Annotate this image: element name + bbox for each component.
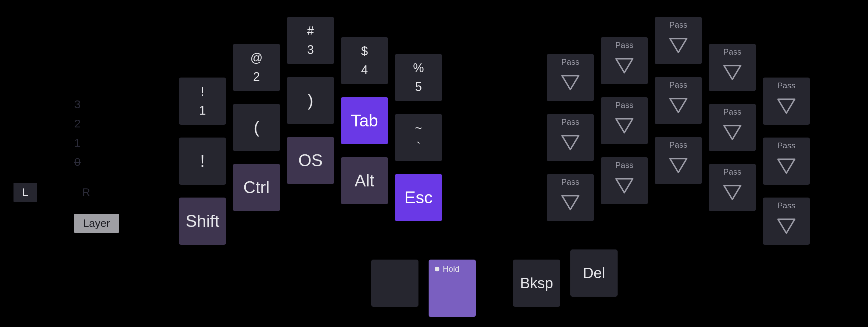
dot-icon — [435, 267, 439, 271]
thumb-blank[interactable] — [371, 260, 418, 307]
key-pass[interactable]: Pass — [601, 157, 648, 204]
key-tilde[interactable]: ~ ` — [395, 114, 442, 161]
key-top: @ — [250, 52, 263, 64]
key-shift[interactable]: Shift — [179, 198, 226, 245]
key-1[interactable]: ! 1 — [179, 78, 226, 125]
lr-row: L R — [13, 183, 90, 202]
key-bot: 1 — [199, 105, 206, 117]
key-bot: 5 — [415, 81, 422, 93]
layer-0[interactable]: 0 — [74, 155, 81, 169]
key-tab[interactable]: Tab — [341, 97, 388, 144]
key-label: Tab — [351, 111, 378, 130]
key-pass[interactable]: Pass — [547, 54, 594, 101]
pass-label: Pass — [655, 140, 702, 150]
key-label: Shift — [186, 211, 219, 231]
triangle-down-icon — [776, 157, 797, 175]
pass-label: Pass — [709, 107, 756, 117]
key-lparen[interactable]: ( — [233, 104, 280, 151]
key-bot: 2 — [253, 71, 260, 83]
key-pass[interactable]: Pass — [709, 164, 756, 211]
pass-label: Pass — [547, 117, 594, 127]
triangle-down-icon — [614, 57, 635, 75]
triangle-down-icon — [776, 97, 797, 115]
key-5[interactable]: % 5 — [395, 54, 442, 101]
pass-label: Pass — [655, 80, 702, 90]
triangle-down-icon — [560, 194, 581, 212]
triangle-down-icon — [668, 156, 689, 175]
hold-indicator: Hold — [435, 264, 459, 274]
triangle-down-icon — [776, 217, 797, 235]
key-label: Esc — [404, 188, 432, 207]
key-pass[interactable]: Pass — [655, 77, 702, 124]
triangle-down-icon — [722, 123, 743, 142]
layer-3[interactable]: 3 — [74, 98, 81, 111]
thumb-del[interactable]: Del — [570, 249, 618, 297]
key-3[interactable]: # 3 — [287, 17, 334, 64]
thumb-bksp[interactable]: Bksp — [513, 260, 560, 307]
key-label: ) — [308, 91, 314, 110]
key-bang[interactable]: ! — [179, 138, 226, 185]
key-pass[interactable]: Pass — [547, 114, 594, 161]
layer-chip[interactable]: Layer — [74, 214, 119, 233]
left-chip[interactable]: L — [13, 183, 37, 202]
key-pass[interactable]: Pass — [763, 138, 810, 185]
pass-label: Pass — [709, 47, 756, 57]
key-top: # — [307, 25, 314, 37]
triangle-down-icon — [614, 117, 635, 135]
key-label: OS — [298, 151, 323, 170]
thumb-hold[interactable]: Hold — [429, 260, 476, 317]
key-4[interactable]: $ 4 — [341, 37, 388, 84]
key-label: ( — [254, 118, 260, 137]
pass-label: Pass — [655, 20, 702, 30]
key-pass[interactable]: Pass — [763, 78, 810, 125]
key-bot: 3 — [307, 44, 314, 56]
layer-2[interactable]: 2 — [74, 117, 81, 130]
key-top: % — [413, 62, 424, 74]
pass-label: Pass — [547, 177, 594, 187]
key-os[interactable]: OS — [287, 137, 334, 184]
key-pass[interactable]: Pass — [655, 137, 702, 184]
triangle-down-icon — [560, 73, 581, 92]
key-label: Alt — [355, 171, 374, 190]
triangle-down-icon — [668, 36, 689, 55]
key-alt[interactable]: Alt — [341, 157, 388, 204]
hold-label: Hold — [443, 264, 459, 274]
key-pass[interactable]: Pass — [547, 174, 594, 221]
key-bot: 4 — [361, 64, 368, 76]
key-esc[interactable]: Esc — [395, 174, 442, 221]
layer-numbers: 3 2 1 0 — [74, 98, 81, 169]
triangle-down-icon — [668, 96, 689, 115]
right-label[interactable]: R — [82, 186, 90, 199]
key-label: ! — [200, 151, 205, 171]
triangle-down-icon — [722, 63, 743, 82]
triangle-down-icon — [560, 133, 581, 152]
key-label: Ctrl — [243, 178, 270, 197]
key-2[interactable]: @ 2 — [233, 44, 280, 91]
key-bot: ` — [416, 141, 421, 153]
key-rparen[interactable]: ) — [287, 77, 334, 124]
key-top: ! — [201, 86, 204, 98]
key-top: $ — [361, 45, 368, 57]
key-label: Bksp — [520, 275, 553, 292]
pass-label: Pass — [601, 160, 648, 170]
pass-label: Pass — [763, 201, 810, 210]
key-pass[interactable]: Pass — [601, 97, 648, 144]
key-label: Del — [583, 265, 605, 281]
pass-label: Pass — [709, 167, 756, 177]
key-pass[interactable]: Pass — [601, 37, 648, 84]
layer-1[interactable]: 1 — [74, 136, 81, 149]
key-pass[interactable]: Pass — [709, 104, 756, 151]
pass-label: Pass — [763, 141, 810, 150]
key-top: ~ — [415, 122, 422, 134]
triangle-down-icon — [614, 177, 635, 195]
pass-label: Pass — [763, 81, 810, 90]
pass-label: Pass — [547, 57, 594, 67]
key-pass[interactable]: Pass — [763, 198, 810, 245]
pass-label: Pass — [601, 100, 648, 110]
key-ctrl[interactable]: Ctrl — [233, 164, 280, 211]
pass-label: Pass — [601, 40, 648, 50]
key-pass[interactable]: Pass — [709, 44, 756, 91]
key-pass[interactable]: Pass — [655, 17, 702, 64]
triangle-down-icon — [722, 183, 743, 202]
